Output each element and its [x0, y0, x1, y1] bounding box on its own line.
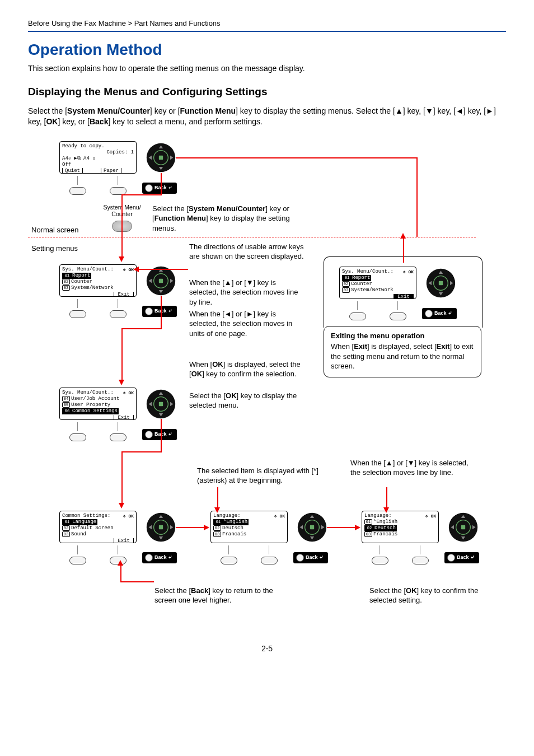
callout-exit: Exiting the menu operation When [Exit] i… — [324, 326, 481, 377]
lcd-sysmenu-2: Sys. Menu/Count.:✥ OK 04User/Job Account… — [59, 388, 137, 420]
annotation-arrow-dirs: The directions of usable arrow keys are … — [189, 242, 304, 262]
section-paragraph: Select the [System Menu/Counter] key or … — [28, 106, 506, 128]
back-key — [145, 184, 153, 192]
lcd-language-2: Language:✥ OK 01*English 02Deutsch 03Fra… — [362, 511, 439, 543]
annotation-asterisk: The selected item is displayed with [*] … — [197, 466, 326, 486]
page-title: Operation Method — [28, 41, 506, 59]
svg-rect-30 — [310, 525, 314, 529]
lcd-common-settings: Common Settings:✥ OK 01Language 02Defaul… — [59, 511, 137, 543]
diagram: Normal screen Setting menus Ready to cop… — [28, 139, 506, 632]
intro-text: This section explains how to operate the… — [28, 63, 506, 74]
section-subtitle: Displaying the Menus and Configuring Set… — [28, 86, 506, 98]
svg-rect-23 — [159, 525, 163, 529]
annotation-ok-display: Select the [OK] key to display the selec… — [189, 391, 301, 410]
svg-rect-16 — [159, 402, 163, 406]
svg-rect-9 — [159, 279, 163, 283]
lcd-language-1: Language:✥ OK 01*English 02Deutsch 03Fra… — [210, 511, 288, 543]
svg-rect-37 — [461, 525, 465, 529]
annotation-select-sysmenu: Select the [System Menu/Counter] key or … — [152, 204, 309, 234]
annotation-ok-confirm: When [OK] is displayed, select the [OK] … — [189, 360, 301, 379]
annotation-ok-confirm-setting: Select the [OK] key to confirm the selec… — [369, 586, 487, 605]
svg-rect-2 — [159, 156, 163, 160]
annotation-back-key: Select the [Back] key to return to the s… — [154, 586, 289, 605]
page-number: 2-5 — [28, 644, 506, 653]
breadcrumb: Before Using the Fax Machine > Part Name… — [28, 19, 506, 27]
dpad — [146, 142, 176, 173]
rule-top — [28, 31, 506, 32]
annotation-updown-2: When the [▲] or [▼] key is selected, the… — [350, 458, 475, 478]
dpad — [146, 265, 176, 296]
lcd-sysmenu-1: Sys. Menu/Count.:✥ OK 01Report 02Counter… — [59, 264, 137, 297]
callout-frame-top — [324, 256, 483, 328]
back-label: Back ⤶ — [154, 185, 172, 190]
dashed-divider — [28, 237, 476, 237]
label-normal-screen: Normal screen — [31, 226, 79, 234]
annotation-updown: When the [▲] or [▼] key is selected, the… — [189, 278, 304, 307]
lcd-ready: Ready to copy. Copies: 1 A4⟐ ▶⧉ A4 ▯ Off… — [59, 141, 137, 174]
label-setting-menus: Setting menus — [31, 244, 78, 253]
annotation-leftright: When the [◄] or [►] key is selected, the… — [189, 309, 307, 339]
